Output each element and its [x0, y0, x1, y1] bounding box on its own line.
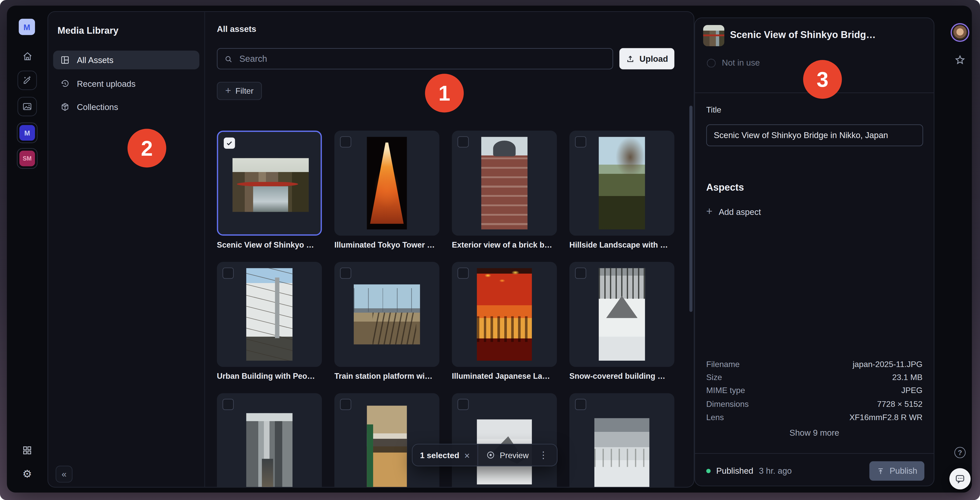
asset-card[interactable]	[334, 131, 439, 236]
asset-card[interactable]	[334, 262, 439, 367]
eye-icon	[485, 450, 495, 460]
asset-title: Scenic View of Shinkyo …	[217, 241, 322, 249]
sidebar-item-recent-uploads[interactable]: Recent uploads	[53, 74, 199, 93]
add-aspect-button[interactable]: + Add aspect	[706, 206, 761, 218]
asset-checkbox[interactable]	[458, 399, 469, 410]
asset-card[interactable]	[570, 262, 674, 367]
asset-thumbnail	[367, 406, 407, 487]
asset-checkbox[interactable]	[458, 136, 469, 148]
publish-label: Publish	[890, 466, 917, 476]
asset-card[interactable]	[217, 131, 322, 236]
asset-checkbox[interactable]	[340, 268, 351, 279]
apps-grid-icon[interactable]	[21, 444, 33, 456]
sidebar-item-all-assets[interactable]: All Assets	[53, 51, 199, 69]
title-field[interactable]	[706, 124, 923, 146]
publish-button[interactable]: Publish	[870, 461, 924, 481]
filter-label: Filter	[235, 86, 254, 96]
asset-card[interactable]	[334, 393, 439, 487]
meta-label: MIME type	[706, 386, 745, 397]
media-library-panel: Media Library All Assets Recent uploads …	[48, 11, 694, 487]
aspects-heading: Aspects	[706, 182, 744, 193]
avatar-photo	[953, 25, 967, 40]
gear-glyph: ⚙	[22, 469, 32, 479]
user-avatar[interactable]	[951, 23, 969, 42]
publish-status: Published 3 hr. ago	[706, 461, 792, 481]
annotation-badge-3: 3	[803, 60, 842, 99]
sidebar-item-label: Recent uploads	[77, 79, 135, 89]
asset-title: Hillside Landscape with …	[570, 241, 674, 249]
asset-thumbnail	[481, 137, 528, 229]
preview-button[interactable]: Preview	[480, 446, 534, 464]
asset-card[interactable]	[452, 262, 557, 367]
asset-checkbox[interactable]	[223, 268, 234, 279]
workspace-item-sm[interactable]: SM	[17, 148, 38, 169]
scrollbar[interactable]	[689, 106, 692, 312]
divider	[695, 453, 934, 454]
asset-checkbox[interactable]	[223, 399, 234, 410]
collections-icon	[60, 102, 70, 112]
settings-gear-icon[interactable]: ⚙	[21, 468, 33, 480]
preview-label: Preview	[500, 450, 528, 460]
asset-card[interactable]	[217, 393, 322, 487]
asset-checkbox[interactable]	[340, 399, 351, 410]
meta-row: Filename japan-2025-11.JPG	[706, 359, 922, 371]
asset-checkbox[interactable]	[575, 268, 586, 279]
asset-thumbnail	[599, 268, 645, 361]
published-time: 3 hr. ago	[759, 466, 792, 476]
selection-count: 1 selected	[420, 450, 460, 460]
clear-selection-button[interactable]: ×	[460, 447, 475, 463]
asset-thumbnail	[246, 268, 293, 361]
detail-thumbnail	[703, 25, 724, 46]
meta-row: MIME type JPEG	[706, 386, 922, 397]
sidebar-item-collections[interactable]: Collections	[53, 97, 199, 116]
asset-checkbox[interactable]	[224, 138, 235, 149]
asset-checkbox[interactable]	[575, 136, 586, 148]
search-input[interactable]	[238, 53, 606, 64]
meta-value: japan-2025-11.JPG	[853, 359, 923, 371]
filter-button[interactable]: + Filter	[217, 82, 262, 100]
asset-thumbnail	[367, 137, 407, 229]
upload-button[interactable]: Upload	[619, 48, 675, 69]
asset-thumbnail	[246, 413, 293, 487]
ai-wand-icon[interactable]	[18, 71, 37, 90]
published-dot-icon	[706, 469, 711, 473]
home-icon[interactable]	[21, 50, 33, 62]
plus-icon: +	[225, 85, 231, 96]
asset-card[interactable]	[452, 393, 557, 487]
asset-checkbox[interactable]	[340, 136, 351, 148]
asset-card[interactable]	[452, 131, 557, 236]
meta-label: Size	[706, 373, 722, 384]
add-aspect-label: Add aspect	[719, 207, 761, 217]
asset-checkbox[interactable]	[575, 399, 586, 410]
asset-card[interactable]	[570, 393, 674, 487]
screenshot-stage: M M SM ⚙ M	[0, 0, 980, 500]
asset-title: Urban Building with Peo…	[217, 372, 322, 381]
asset-title: Illuminated Tokyo Tower …	[334, 241, 439, 249]
usage-status: Not in use	[707, 58, 760, 68]
check-icon	[226, 139, 233, 147]
publish-icon	[877, 467, 885, 475]
page-title: All assets	[217, 24, 256, 34]
meta-label: Lens	[706, 412, 724, 424]
show-more-button[interactable]: Show 9 more	[695, 428, 934, 438]
image-icon[interactable]	[18, 97, 37, 116]
asset-card[interactable]	[217, 262, 322, 367]
panel-title: Media Library	[57, 25, 118, 36]
meta-value: 7728 × 5152	[877, 400, 923, 411]
more-options-icon[interactable]: ⋮	[534, 446, 553, 464]
star-icon[interactable]	[954, 54, 966, 66]
asset-thumbnail	[599, 137, 645, 229]
workspace-logo[interactable]: M	[19, 19, 35, 35]
collapse-sidebar-button[interactable]: «	[56, 465, 73, 482]
asset-thumbnail	[477, 268, 532, 361]
asset-thumbnail	[354, 284, 420, 344]
asset-title: Snow-covered building …	[570, 372, 674, 381]
meta-value: XF16mmF2.8 R WR	[850, 412, 923, 424]
divider	[477, 444, 478, 466]
chat-bubble-icon[interactable]	[950, 468, 970, 489]
annotation-badge-2: 2	[127, 129, 166, 167]
workspace-item-m[interactable]: M	[17, 123, 38, 143]
asset-checkbox[interactable]	[458, 268, 469, 279]
help-icon[interactable]: ?	[955, 447, 966, 458]
asset-card[interactable]	[570, 131, 674, 236]
